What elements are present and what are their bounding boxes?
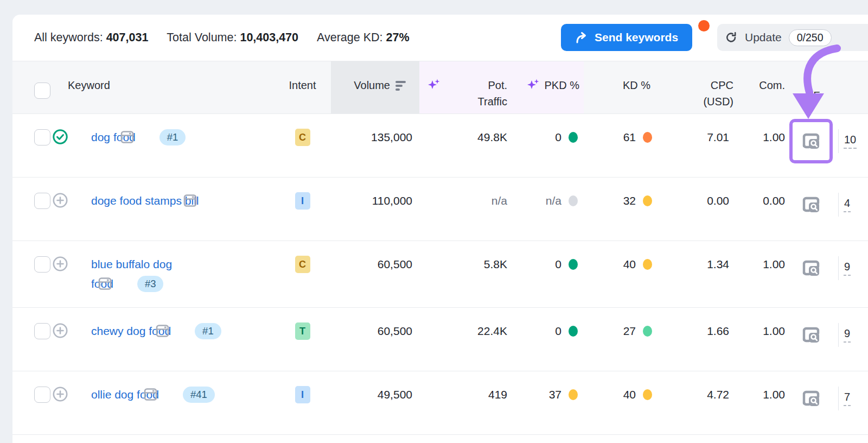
intent-badge[interactable]: C — [295, 129, 310, 146]
com-value: 1.00 — [738, 321, 789, 341]
kd-dot — [643, 132, 652, 143]
sf-count[interactable]: 7 — [844, 391, 851, 406]
com-value: 1.00 — [738, 255, 789, 274]
add-keyword-icon[interactable] — [72, 256, 88, 272]
kd-value: 61 — [623, 128, 636, 147]
serp-preview-icon[interactable] — [175, 324, 189, 338]
serp-preview-icon[interactable] — [139, 130, 154, 144]
column-header-sf[interactable]: SF — [806, 87, 820, 104]
column-header-pkd[interactable]: PKD % — [545, 77, 579, 93]
add-keyword-icon[interactable] — [72, 386, 88, 402]
table-row: chewy dog food #1 T 60,500 22.4K 0 27 1.… — [12, 308, 868, 371]
forward-arrow-icon — [575, 31, 588, 43]
table-body: dog food #1 C 135,000 49.8K 0 61 7.01 1.… — [12, 114, 868, 443]
add-keyword-icon[interactable] — [72, 192, 88, 208]
kd-value: 40 — [623, 255, 636, 274]
keyword-link[interactable]: blue buffalo dog food #3 — [91, 258, 172, 290]
refresh-icon — [725, 31, 738, 44]
intent-badge[interactable]: I — [295, 386, 310, 403]
pot-traffic-value: 49.8K — [419, 128, 515, 147]
table-row: ollie dog food #41 I 49,500 419 37 40 4.… — [12, 371, 868, 435]
column-header-intent[interactable]: Intent — [289, 77, 316, 113]
sf-count[interactable]: 9 — [844, 327, 851, 343]
stat-total-volume: Total Volume: 10,403,470 — [167, 31, 298, 45]
column-header-keyword[interactable]: Keyword — [68, 79, 110, 91]
pkd-value: 0 — [555, 321, 561, 341]
sf-count[interactable]: 10 — [844, 134, 857, 149]
serp-features-icon[interactable] — [789, 246, 833, 290]
cpc-value: 1.34 — [656, 255, 738, 274]
select-all-checkbox[interactable] — [34, 83, 50, 99]
row-checkbox[interactable] — [34, 256, 50, 273]
sort-descending-icon[interactable] — [395, 81, 406, 92]
row-checkbox[interactable] — [34, 387, 50, 403]
position-badge[interactable]: #3 — [137, 276, 164, 292]
serp-features-icon[interactable] — [789, 182, 833, 227]
serp-features-icon[interactable] — [789, 313, 833, 357]
serp-preview-icon[interactable] — [117, 276, 132, 291]
serp-features-icon[interactable] — [789, 376, 833, 421]
volume-value: 135,000 — [331, 128, 419, 147]
intent-badge[interactable]: I — [295, 192, 310, 210]
sf-count[interactable]: 9 — [844, 261, 851, 276]
serp-preview-icon[interactable] — [202, 193, 217, 208]
sf-count[interactable]: 4 — [844, 197, 851, 212]
table-header-row: Keyword Intent Volume Pot. Traffic — [12, 61, 868, 114]
kd-dot — [643, 259, 652, 270]
intent-badge[interactable]: C — [295, 256, 310, 273]
volume-value: 49,500 — [331, 385, 419, 404]
position-badge[interactable]: #1 — [195, 323, 221, 339]
keyword-table-card: All keywords: 407,031 Total Volume: 10,4… — [12, 15, 868, 443]
intent-badge[interactable]: T — [295, 322, 310, 340]
serp-features-icon[interactable] — [789, 440, 833, 443]
cpc-value: 7.01 — [656, 128, 738, 147]
update-counter-pill: 0/250 — [789, 29, 832, 46]
volume-value: 60,500 — [331, 321, 419, 341]
pkd-dot — [569, 259, 578, 270]
keyword-link[interactable]: ollie dog food #41 — [91, 388, 215, 401]
table-row: dog food #1 C 135,000 49.8K 0 61 7.01 1.… — [12, 114, 868, 178]
notification-dot — [698, 20, 710, 31]
column-header-volume[interactable]: Volume — [354, 77, 390, 93]
row-checkbox[interactable] — [34, 193, 50, 209]
position-badge[interactable]: #1 — [159, 129, 186, 145]
stat-all-keywords: All keywords: 407,031 — [34, 31, 148, 45]
stat-average-kd: Average KD: 27% — [317, 31, 410, 45]
divider — [838, 387, 839, 410]
volume-value: 60,500 — [331, 255, 419, 274]
kd-value: 32 — [623, 191, 636, 211]
com-value: 1.00 — [738, 128, 789, 147]
pkd-dot — [569, 132, 578, 143]
keyword-link[interactable]: dog food #1 — [91, 131, 186, 143]
column-header-kd[interactable]: KD % — [623, 77, 650, 93]
pot-traffic-value: 22.4K — [419, 321, 515, 341]
row-checkbox[interactable] — [34, 323, 50, 339]
add-keyword-icon[interactable] — [72, 322, 88, 339]
row-checkbox[interactable] — [34, 129, 50, 145]
pkd-value: 37 — [549, 385, 561, 404]
added-check-icon[interactable] — [72, 129, 88, 145]
divider — [838, 193, 839, 217]
update-button[interactable]: Update 0/250 — [717, 24, 868, 51]
keyword-link[interactable]: chewy dog food #1 — [91, 325, 221, 337]
divider — [838, 323, 839, 347]
pkd-dot — [569, 195, 578, 206]
com-value: 0.00 — [738, 191, 789, 211]
ai-sparkle-icon — [427, 78, 441, 113]
cpc-value: 1.66 — [656, 321, 738, 341]
column-header-cpc[interactable]: CPC (USD) — [703, 79, 733, 107]
keyword-link[interactable]: doge food stamps bill — [91, 194, 217, 207]
kd-dot — [643, 195, 652, 206]
pot-traffic-value: n/a — [419, 191, 515, 211]
cpc-value: 4.72 — [656, 385, 738, 404]
update-label: Update — [745, 31, 782, 44]
send-keywords-label: Send keywords — [595, 31, 678, 44]
serp-preview-icon[interactable] — [163, 387, 177, 402]
pkd-dot — [569, 389, 578, 400]
column-header-com[interactable]: Com. — [759, 79, 785, 91]
column-header-pot-traffic[interactable]: Pot. Traffic — [478, 77, 507, 113]
serp-features-icon-highlighted[interactable] — [789, 119, 833, 163]
send-keywords-button[interactable]: Send keywords — [561, 24, 692, 51]
position-badge[interactable]: #41 — [183, 387, 215, 403]
pkd-value: 0 — [555, 128, 561, 147]
